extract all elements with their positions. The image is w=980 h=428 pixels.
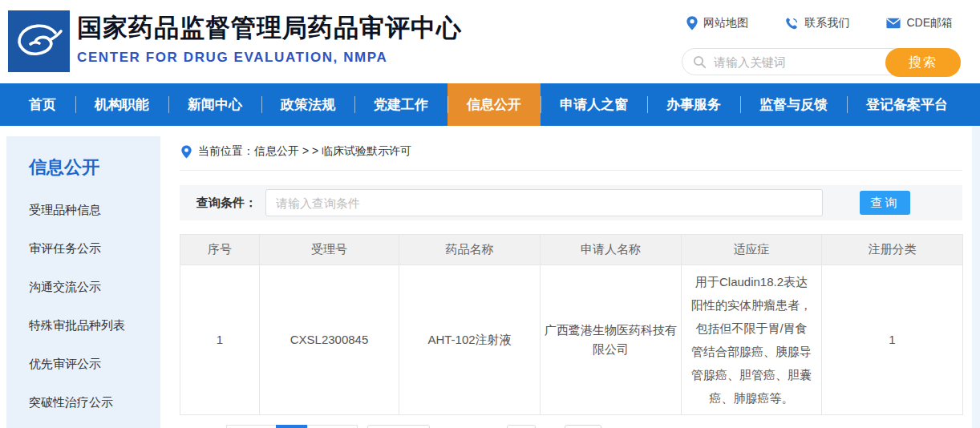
pagination: 共 1 条 上一页 1 下一页 10 条/页 到第 页 确定	[180, 425, 962, 428]
nav-item-label: 登记备案平台	[866, 97, 948, 112]
nav-item-4[interactable]: 政策法规	[261, 83, 354, 126]
top-link-label: 联系我们	[804, 16, 849, 30]
nav-item-8[interactable]: 办事服务	[647, 83, 740, 126]
table-cell: 用于Claudin18.2表达阳性的实体肿瘤患者，包括但不限于胃/胃食管结合部腺…	[682, 265, 822, 415]
location-pin-icon	[686, 16, 698, 30]
next-page-button[interactable]: 下一页	[307, 425, 358, 428]
nav-item-label: 新闻中心	[188, 97, 242, 112]
table-body: 1CXSL2300845AHT-102注射液广西鹭港生物医药科技有限公司用于Cl…	[180, 265, 963, 415]
nav-item-5[interactable]: 党建工作	[354, 83, 447, 126]
search-button[interactable]: 搜索	[885, 48, 961, 77]
top-link-3[interactable]: CDE邮箱	[886, 16, 953, 30]
table-row: 1CXSL2300845AHT-102注射液广西鹭港生物医药科技有限公司用于Cl…	[180, 265, 963, 415]
nav-item-3[interactable]: 新闻中心	[168, 83, 261, 126]
table-cell: 1	[822, 265, 963, 415]
mail-icon	[886, 18, 901, 29]
cde-logo-icon	[8, 10, 70, 72]
top-link-label: 网站地图	[703, 16, 748, 30]
nav-item-label: 办事服务	[666, 97, 721, 112]
goto-page-input[interactable]	[507, 425, 536, 428]
nav-item-label: 机构职能	[95, 97, 149, 112]
table-header-cell: 适应症	[682, 235, 822, 265]
site-title: 国家药品监督管理局药品审评中心	[77, 11, 462, 45]
site-header: 国家药品监督管理局药品审评中心 CENTER FOR DRUG EVALUATI…	[0, 0, 980, 83]
nav-item-2[interactable]: 机构职能	[75, 83, 168, 126]
table-cell: AHT-102注射液	[399, 265, 541, 415]
table-cell: CXSL2300845	[260, 265, 399, 415]
top-link-label: CDE邮箱	[906, 16, 953, 30]
nav-item-7[interactable]: 申请人之窗	[541, 83, 647, 126]
sidebar: 信息公开 受理品种信息审评任务公示沟通交流公示特殊审批品种列表优先审评公示突破性…	[6, 136, 160, 428]
table-header-cell: 序号	[180, 235, 260, 265]
table-header-cell: 注册分类	[822, 235, 963, 265]
main-nav-bar: 首页机构职能新闻中心政策法规党建工作信息公开申请人之窗办事服务监督与反馈登记备案…	[0, 83, 980, 126]
nav-item-label: 首页	[29, 97, 56, 112]
nav-item-label: 党建工作	[374, 97, 428, 112]
main-content: 当前位置：信息公开 > > 临床试验默示许可 查询条件： 查询 序号受理号药品名…	[180, 136, 962, 428]
sidebar-menu: 受理品种信息审评任务公示沟通交流公示特殊审批品种列表优先审评公示突破性治疗公示	[6, 191, 160, 422]
page-size-select[interactable]: 10 条/页	[367, 425, 430, 428]
table-cell: 1	[180, 265, 260, 415]
top-links: 网站地图联系我们CDE邮箱	[682, 16, 962, 30]
sidebar-item-4[interactable]: 特殊审批品种列表	[6, 306, 160, 345]
page-number-button[interactable]: 1	[276, 425, 308, 428]
top-link-1[interactable]: 网站地图	[686, 16, 748, 30]
table-cell: 广西鹭港生物医药科技有限公司	[541, 265, 682, 415]
sidebar-item-2[interactable]: 审评任务公示	[6, 229, 160, 268]
table-header-row: 序号受理号药品名称申请人名称适应症注册分类	[180, 235, 963, 265]
query-label: 查询条件：	[196, 196, 257, 211]
query-input[interactable]	[265, 189, 823, 216]
site-search: 搜索	[682, 48, 961, 75]
sidebar-item-1[interactable]: 受理品种信息	[6, 191, 160, 229]
top-link-2[interactable]: 联系我们	[785, 16, 849, 30]
query-button[interactable]: 查询	[860, 191, 910, 215]
nav-item-label: 申请人之窗	[560, 97, 628, 112]
nav-item-6[interactable]: 信息公开	[447, 83, 541, 126]
nav-item-label: 监督与反馈	[759, 97, 828, 112]
table-header-cell: 药品名称	[399, 235, 541, 265]
site-subtitle: CENTER FOR DRUG EVALUATION, NMPA	[77, 50, 462, 66]
brand-block: 国家药品监督管理局药品审评中心 CENTER FOR DRUG EVALUATI…	[77, 11, 462, 66]
nav-item-label: 政策法规	[281, 97, 335, 112]
nav-item-label: 信息公开	[467, 97, 521, 112]
sidebar-item-5[interactable]: 优先审评公示	[6, 345, 160, 383]
results-table: 序号受理号药品名称申请人名称适应症注册分类 1CXSL2300845AHT-10…	[180, 234, 963, 415]
confirm-button[interactable]: 确定	[565, 425, 601, 428]
phone-icon	[785, 17, 799, 30]
search-input[interactable]	[714, 55, 866, 69]
table-header-cell: 申请人名称	[541, 235, 682, 265]
breadcrumb-text: 当前位置：信息公开 > > 临床试验默示许可	[198, 144, 411, 159]
nav-item-9[interactable]: 监督与反馈	[740, 83, 847, 126]
page-right-strip	[972, 126, 980, 428]
sidebar-item-6[interactable]: 突破性治疗公示	[6, 383, 160, 422]
sidebar-item-3[interactable]: 沟通交流公示	[6, 268, 160, 306]
main-nav: 首页机构职能新闻中心政策法规党建工作信息公开申请人之窗办事服务监督与反馈登记备案…	[0, 83, 980, 126]
search-icon	[693, 55, 707, 69]
prev-page-button[interactable]: 上一页	[226, 425, 277, 428]
header-right: 网站地图联系我们CDE邮箱 搜索	[682, 16, 962, 75]
breadcrumb: 当前位置：信息公开 > > 临床试验默示许可	[180, 136, 962, 171]
nav-item-1[interactable]: 首页	[10, 83, 75, 126]
location-pin-icon	[181, 145, 192, 159]
table-header-cell: 受理号	[260, 235, 399, 265]
nav-item-10[interactable]: 登记备案平台	[847, 83, 967, 126]
query-bar: 查询条件： 查询	[180, 185, 962, 220]
sidebar-title: 信息公开	[6, 136, 160, 191]
